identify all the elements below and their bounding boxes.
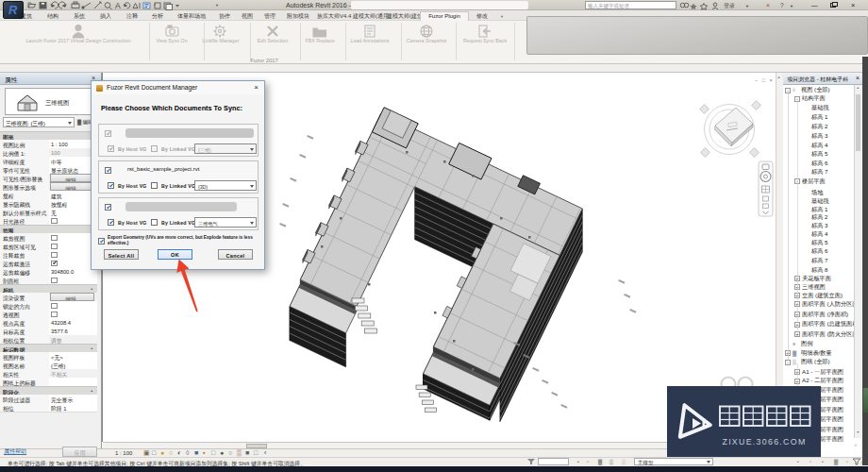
svg-text::0: :0 xyxy=(860,460,864,465)
svg-text:A: A xyxy=(115,1,121,10)
svg-text:ZIXUE.3066.COM: ZIXUE.3066.COM xyxy=(722,437,806,447)
